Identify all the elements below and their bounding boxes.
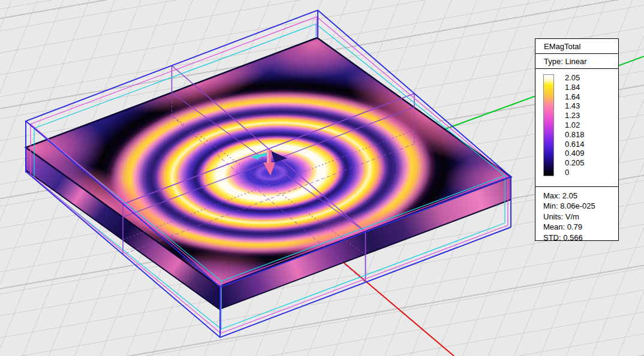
stat-std: STD: 0.566 <box>543 233 618 243</box>
legend-scale: 2.05 1.84 1.64 1.43 1.23 1.02 0.818 0.61… <box>535 69 618 187</box>
stat-min: Min: 8.06e-025 <box>543 201 618 211</box>
scale-label: 1.43 <box>565 102 585 110</box>
stat-units: Units: V/m <box>543 212 618 222</box>
scale-label: 0.818 <box>565 131 585 139</box>
scale-label: 1.64 <box>565 93 585 101</box>
stat-max: Max: 2.05 <box>543 191 618 201</box>
scale-label: 0.205 <box>565 159 585 167</box>
scale-label: 0.614 <box>565 140 585 149</box>
scale-label: 2.05 <box>565 74 585 82</box>
viewport-3d[interactable]: EMagTotal Type: Linear 2.05 1.84 1.64 1.… <box>0 0 644 356</box>
axis-x-red <box>344 263 454 356</box>
scale-label: 1.02 <box>565 121 585 129</box>
scale-label: 1.23 <box>565 111 585 120</box>
scale-labels: 2.05 1.84 1.64 1.43 1.23 1.02 0.818 0.61… <box>565 74 585 177</box>
field-plot <box>0 0 603 339</box>
scale-label: 0.409 <box>565 149 585 158</box>
colorbar <box>543 74 554 176</box>
legend-stats: Max: 2.05 Min: 8.06e-025 Units: V/m Mean… <box>535 187 618 243</box>
legend-panel[interactable]: EMagTotal Type: Linear 2.05 1.84 1.64 1.… <box>535 38 619 241</box>
legend-type: Type: Linear <box>535 54 618 69</box>
scale-label: 0 <box>565 168 585 177</box>
legend-title: EMagTotal <box>535 39 618 54</box>
scale-label: 1.84 <box>565 83 585 92</box>
stat-mean: Mean: 0.79 <box>543 222 618 232</box>
